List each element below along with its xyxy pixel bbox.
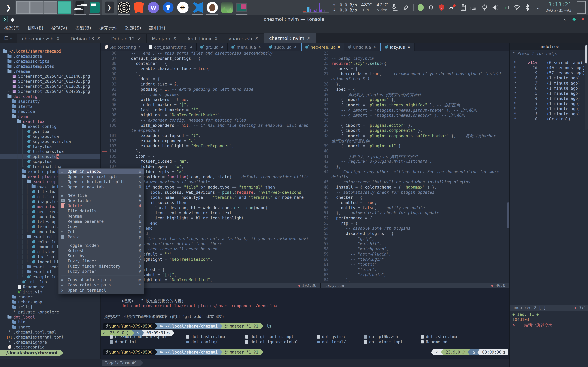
dbeaver-icon[interactable]: [205, 0, 220, 15]
desktop-1[interactable]: [16, 1, 30, 14]
tree-item[interactable]: └ Screenshot_20250424_024759.png: [0, 89, 100, 94]
desktop-2[interactable]: [30, 1, 43, 14]
undotree-entry[interactable]: *5(1 minute ago): [510, 91, 588, 96]
buffer-tab[interactable]: lazy.lua✗: [380, 43, 414, 51]
desktop-3[interactable]: [44, 1, 57, 14]
tab-close-icon[interactable]: ✗: [407, 45, 411, 49]
toggleterm-terminal[interactable]: <檔案>..." 以包含要提交的內容）dot_config/nvim/exact…: [101, 288, 509, 359]
editor-pane-lazy-lua[interactable]: 2324-- Setup lazy.nvim25require("lazy").…: [319, 51, 509, 283]
tree-item[interactable]: *.chezmoiignore: [0, 340, 100, 345]
tree-item[interactable]: .readme: [0, 69, 100, 74]
tree-item[interactable]: │ alacritty: [0, 99, 100, 104]
tab-close-icon[interactable]: ✗: [221, 45, 224, 49]
spiral-app-icon[interactable]: [117, 0, 131, 15]
bluetooth-icon[interactable]: [524, 4, 531, 11]
brave-browser-icon[interactable]: [131, 0, 146, 15]
security-shield-icon[interactable]: i: [438, 4, 445, 11]
konsole-tab[interactable]: Manjaro✗: [147, 34, 182, 43]
tab-close-icon[interactable]: ✗: [190, 45, 193, 49]
tree-item[interactable]: │ │ │ │ swap.lua: [0, 159, 100, 164]
undotree-entry[interactable]: *8(1 minute ago): [510, 75, 588, 81]
konsole-icon[interactable]: ❯: [102, 0, 117, 15]
tree-item[interactable]: │ │ │ │ keymaps.lua: [0, 134, 100, 139]
undotree-scrollbar[interactable]: [585, 44, 588, 130]
notifications-bell-icon[interactable]: [428, 4, 434, 11]
context-menu-item[interactable]: Fuzzy finder directoryD: [59, 264, 144, 269]
vscode-icon[interactable]: [190, 0, 205, 15]
buffer-tab[interactable]: neo-tree.lua: [301, 43, 344, 51]
new-tab-button[interactable]: ❏⌄: [0, 33, 17, 43]
undotree-entry[interactable]: *4(1 minute ago): [510, 96, 588, 101]
context-menu-item[interactable]: ◫Open in vertical splitv: [59, 174, 144, 179]
tree-item[interactable]: │ Screenshot_20250424_012140.png: [0, 74, 100, 79]
context-menu-item[interactable]: File detailsi: [59, 209, 144, 214]
tree-item[interactable]: │ Screenshot_20250424_013628.png: [0, 84, 100, 89]
konsole-tab[interactable]: chezmoi : zsh✗: [17, 34, 65, 43]
context-menu-item[interactable]: New folderA: [59, 198, 144, 203]
night-light-icon[interactable]: [481, 4, 488, 11]
color-picker-icon[interactable]: [402, 4, 409, 11]
buffer-tab[interactable]: menu.lua✗: [228, 43, 265, 51]
tree-item[interactable]: │ │ │ │ lazy.lua: [0, 144, 100, 149]
undotree-entry[interactable]: *10(40 seconds ago): [510, 65, 588, 70]
context-menu-item[interactable]: ◉New filea: [59, 193, 144, 198]
tree-item[interactable]: │ neovide: [0, 109, 100, 114]
tree-item[interactable]: └ share: [0, 325, 100, 330]
tray-expand-chevron-icon[interactable]: ⌄: [535, 4, 542, 11]
tree-item[interactable]: │ │ │ │ gui.lua: [0, 129, 100, 134]
clipboard-icon[interactable]: [460, 4, 467, 11]
context-menu-item[interactable]: Sort by...❯: [59, 253, 144, 259]
app-launcher-icon[interactable]: ❯: [0, 0, 15, 15]
clock[interactable]: 3:13:21 2025-05-03: [545, 1, 571, 14]
download-icon[interactable]: [392, 4, 398, 11]
screenshot-tool-icon[interactable]: [234, 0, 249, 15]
maximize-button[interactable]: ◆: [572, 16, 576, 22]
undotree-entry[interactable]: *7(1 minute ago): [510, 81, 588, 86]
context-menu-item[interactable]: ❐Open in new tabO: [59, 184, 144, 190]
tree-item[interactable]: │ zellij: [0, 305, 100, 310]
vpn-status-icon[interactable]: [449, 4, 456, 11]
tree-item[interactable]: │ ueberzugpp: [0, 300, 100, 305]
tree-item[interactable]: │ iterm2: [0, 104, 100, 109]
context-menu-item[interactable]: Fuzzy finder/: [59, 259, 144, 264]
konsole-tab[interactable]: Debian 13✗: [65, 34, 106, 43]
tree-item[interactable]: [T].chezmoiexternal.toml: [0, 334, 100, 340]
tree-item[interactable]: │ │ │ │ listchars.lua: [0, 149, 100, 154]
wifi-icon[interactable]: [513, 4, 520, 11]
context-menu-item[interactable]: Toggle hiddenR: [59, 243, 144, 248]
file-manager-icon[interactable]: [87, 0, 102, 15]
menubar-item[interactable]: 說明(H): [149, 25, 165, 31]
tree-item[interactable]: │ │ │ │ options.lua: [0, 154, 100, 159]
buffer-tab[interactable]: undo.lua✗: [344, 43, 380, 51]
minimize-button[interactable]: ⌄: [563, 16, 567, 22]
tweaks-app-icon[interactable]: [73, 0, 87, 15]
tab-close-icon[interactable]: ✗: [258, 45, 261, 49]
monitor-app-icon[interactable]: [220, 0, 234, 15]
context-menu-item[interactable]: ✂Cutx: [59, 229, 144, 234]
tree-item[interactable]: .chezmoitemplates: [0, 64, 100, 69]
tree-item[interactable]: │ bin: [0, 320, 100, 325]
buffer-tab[interactable]: .editorconfig✗: [101, 43, 145, 51]
tree-item[interactable]: dot_local: [0, 315, 100, 320]
window-titlebar[interactable]: ❯ chezmoi : nvim — Konsole ⌄ ◆ ✕: [0, 15, 588, 23]
tree-item[interactable]: │ │ exact_lua: [0, 119, 100, 124]
context-menu-item[interactable]: Pastep: [59, 234, 144, 240]
menubar-item[interactable]: 設定(S): [125, 25, 141, 31]
tree-item[interactable]: │ Screenshot_20250424_012703.png: [0, 79, 100, 84]
context-menu-item[interactable]: ❑Copyy: [59, 224, 144, 229]
purple-w-app-icon[interactable]: w: [146, 0, 161, 15]
undotree-entry[interactable]: *6(1 minute ago): [510, 86, 588, 91]
context-menu-item[interactable]: Fuzzy sorter#: [59, 269, 144, 274]
virtual-desktop-pager[interactable]: [15, 0, 73, 15]
buffer-tab[interactable]: git.lua✗: [197, 43, 228, 51]
chatgpt-icon[interactable]: ✳: [175, 0, 190, 15]
undotree-entry[interactable]: *9(57 seconds ago): [510, 70, 588, 75]
undotree-entry[interactable]: *3(1 minute ago): [510, 101, 588, 106]
tree-item[interactable]: .chezmoidata: [0, 54, 100, 59]
context-menu-item[interactable]: ⊟Open in horizontal splits: [59, 179, 144, 184]
tree-item[interactable]: └ *private_konsolerc: [0, 309, 100, 315]
tree-item[interactable]: *.chezmoi.toml.tmpl: [0, 330, 100, 335]
network-graph[interactable]: [303, 2, 329, 13]
undotree-entry[interactable]: *0(Original): [510, 117, 588, 122]
menubar-item[interactable]: 檔案(F): [4, 25, 20, 31]
